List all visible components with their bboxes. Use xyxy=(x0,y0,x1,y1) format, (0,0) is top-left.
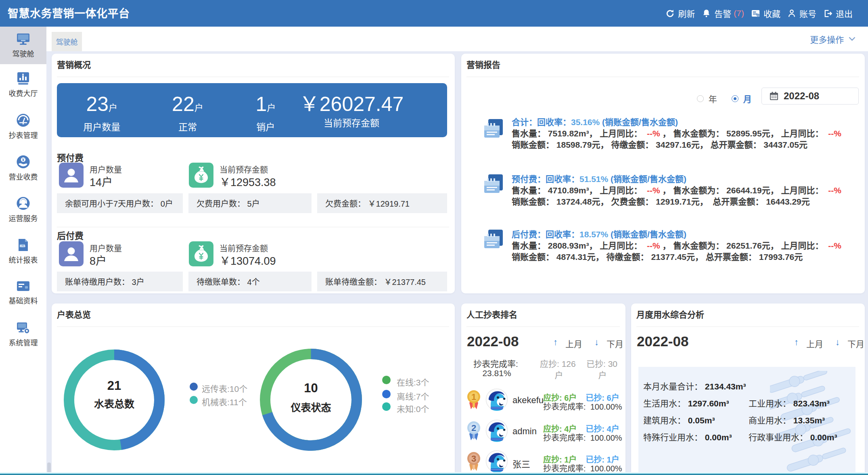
svg-text:3: 3 xyxy=(471,454,476,464)
svg-text:2: 2 xyxy=(471,423,476,433)
svg-text:XLS: XLS xyxy=(19,244,25,248)
svg-text:1: 1 xyxy=(471,392,476,402)
